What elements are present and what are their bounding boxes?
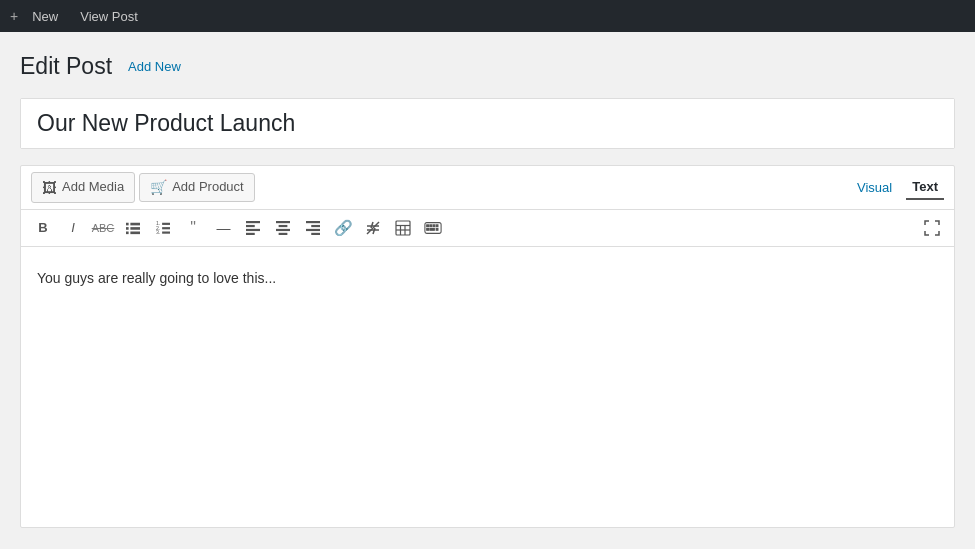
add-product-button[interactable]: 🛒 Add Product <box>139 173 255 203</box>
svg-rect-19 <box>279 233 288 235</box>
svg-rect-16 <box>276 221 290 223</box>
align-right-icon <box>306 221 320 235</box>
post-title-wrap <box>20 98 955 149</box>
insert-link-button[interactable]: 🔗 <box>329 214 357 242</box>
add-media-button[interactable]: 🖼 Add Media <box>31 172 135 203</box>
editor-content[interactable]: You guys are really going to love this..… <box>21 247 954 527</box>
svg-rect-5 <box>130 231 140 234</box>
svg-rect-18 <box>276 229 290 231</box>
svg-rect-7 <box>162 223 170 225</box>
table-icon <box>395 220 411 236</box>
strikethrough-button[interactable]: ABC <box>89 214 117 242</box>
add-new-link[interactable]: Add New <box>128 59 181 74</box>
editor-toolbar-top: 🖼 Add Media 🛒 Add Product Visual Text <box>21 166 954 210</box>
fullscreen-icon <box>924 220 940 236</box>
svg-rect-15 <box>246 233 255 235</box>
align-left-icon <box>246 221 260 235</box>
editor-text: You guys are really going to love this..… <box>37 267 938 291</box>
ordered-list-button[interactable]: 1.2.3. <box>149 214 177 242</box>
svg-text:3.: 3. <box>156 229 160 235</box>
svg-rect-12 <box>246 221 260 223</box>
product-icon: 🛒 <box>150 178 167 198</box>
admin-bar: + New View Post <box>0 0 975 32</box>
svg-rect-14 <box>246 229 260 231</box>
horizontal-rule-button[interactable]: — <box>209 214 237 242</box>
tab-text[interactable]: Text <box>906 175 944 200</box>
svg-rect-23 <box>311 233 320 235</box>
insert-table-button[interactable] <box>389 214 417 242</box>
svg-rect-0 <box>126 223 129 226</box>
svg-rect-35 <box>427 228 429 230</box>
media-icon: 🖼 <box>42 177 57 198</box>
unlink-icon <box>365 220 381 236</box>
svg-rect-25 <box>396 221 410 235</box>
svg-rect-20 <box>306 221 320 223</box>
list-ul-icon <box>126 221 140 235</box>
align-right-button[interactable] <box>299 214 327 242</box>
svg-rect-2 <box>126 227 129 230</box>
align-center-button[interactable] <box>269 214 297 242</box>
tab-visual[interactable]: Visual <box>851 176 898 199</box>
view-post-link[interactable]: View Post <box>72 5 146 28</box>
toolbar-left: 🖼 Add Media 🛒 Add Product <box>31 172 255 203</box>
add-media-label: Add Media <box>62 178 124 196</box>
blockquote-button[interactable]: " <box>179 214 207 242</box>
svg-rect-33 <box>433 225 435 227</box>
toolbar-right: Visual Text <box>851 175 944 200</box>
svg-rect-22 <box>306 229 320 231</box>
svg-rect-37 <box>436 228 438 230</box>
svg-rect-3 <box>130 227 140 230</box>
plus-icon: + <box>10 8 18 24</box>
svg-rect-11 <box>162 231 170 233</box>
svg-rect-31 <box>427 225 429 227</box>
bold-button[interactable]: B <box>29 214 57 242</box>
svg-rect-32 <box>430 225 432 227</box>
svg-rect-13 <box>246 225 255 227</box>
align-center-icon <box>276 221 290 235</box>
page-header: Edit Post Add New <box>20 52 955 82</box>
formatting-toolbar: B I ABC 1.2.3. " — 🔗 <box>21 210 954 247</box>
italic-button[interactable]: I <box>59 214 87 242</box>
svg-rect-17 <box>279 225 288 227</box>
align-left-button[interactable] <box>239 214 267 242</box>
page-title: Edit Post <box>20 52 112 82</box>
svg-rect-36 <box>430 228 435 230</box>
new-button[interactable]: New <box>24 5 66 28</box>
special-chars-button[interactable] <box>419 214 447 242</box>
svg-rect-4 <box>126 231 129 234</box>
main-content: Edit Post Add New 🖼 Add Media 🛒 Add Prod… <box>0 32 975 548</box>
svg-rect-1 <box>130 223 140 226</box>
keyboard-icon <box>424 221 442 235</box>
add-product-label: Add Product <box>172 178 244 196</box>
svg-rect-34 <box>436 225 438 227</box>
unordered-list-button[interactable] <box>119 214 147 242</box>
svg-rect-9 <box>162 227 170 229</box>
editor-wrap: 🖼 Add Media 🛒 Add Product Visual Text B … <box>20 165 955 528</box>
svg-rect-21 <box>311 225 320 227</box>
remove-link-button[interactable] <box>359 214 387 242</box>
list-ol-icon: 1.2.3. <box>156 221 170 235</box>
post-title-input[interactable] <box>21 99 954 148</box>
fullscreen-button[interactable] <box>918 214 946 242</box>
